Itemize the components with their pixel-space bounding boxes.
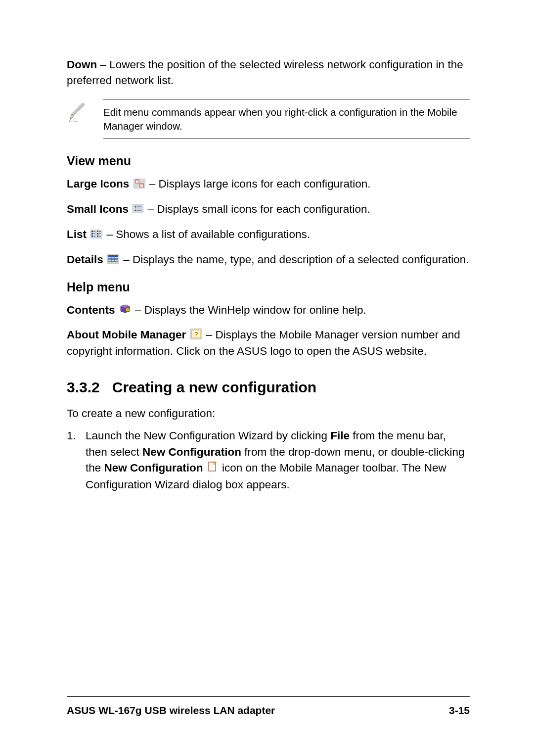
footer-right: 3-15 — [449, 705, 470, 716]
large-icons-icon — [134, 177, 145, 193]
list-icon — [90, 227, 102, 243]
help-menu-heading: Help menu — [67, 280, 470, 294]
svg-rect-3 — [140, 184, 143, 187]
svg-rect-21 — [97, 236, 98, 237]
pencil-icon — [67, 99, 103, 124]
large-icons-text: – Displays large icons for each configur… — [146, 178, 371, 190]
view-menu-heading: View menu — [67, 154, 470, 168]
list-line: List – Shows a list of available configu… — [67, 227, 470, 243]
section-heading: 3.3.2 Creating a new configuration — [67, 379, 470, 396]
section-intro: To create a new configuration: — [67, 406, 470, 422]
svg-rect-1 — [135, 180, 139, 183]
step-1-body: Launch the New Configuration Wizard by c… — [86, 428, 470, 493]
svg-rect-13 — [91, 233, 93, 235]
down-paragraph: Down – Lowers the position of the select… — [67, 57, 470, 88]
large-icons-line: Large Icons – Displays large icons for e… — [67, 176, 470, 192]
new-config-icon — [207, 461, 218, 477]
note-block: Edit menu commands appear when you right… — [67, 99, 470, 139]
details-line: Details – Displays the name, type, and d… — [67, 252, 470, 268]
small-icons-line: Small Icons – Displays small icons for e… — [67, 201, 470, 218]
svg-rect-15 — [91, 236, 93, 237]
contents-icon: ? — [119, 303, 131, 319]
down-label: Down — [67, 58, 97, 71]
contents-line: Contents ? – Displays the WinHelp window… — [67, 302, 470, 319]
svg-text:?: ? — [194, 331, 198, 338]
about-label: About Mobile Manager — [67, 329, 189, 341]
list-text: – Shows a list of available configuratio… — [103, 228, 310, 240]
section-title: Creating a new configuration — [112, 379, 316, 395]
step-1-num: 1. — [67, 428, 86, 493]
small-icons-text: – Displays small icons for each configur… — [144, 203, 370, 215]
step-1: 1. Launch the New Configuration Wizard b… — [67, 428, 470, 493]
about-line: About Mobile Manager ? – Displays the Mo… — [67, 327, 470, 359]
section-num: 3.3.2 — [67, 379, 100, 395]
small-icons-icon — [133, 202, 143, 218]
note-text: Edit menu commands appear when you right… — [103, 99, 470, 139]
page-footer: ASUS WL-167g USB wireless LAN adapter 3-… — [67, 696, 470, 716]
svg-rect-19 — [97, 233, 98, 235]
svg-text:?: ? — [127, 308, 128, 311]
down-text: – Lowers the position of the selected wi… — [67, 58, 463, 87]
details-text: – Displays the name, type, and descripti… — [120, 253, 469, 266]
svg-rect-11 — [91, 231, 93, 232]
svg-rect-17 — [97, 231, 98, 232]
svg-rect-5 — [133, 204, 143, 213]
svg-point-8 — [135, 210, 136, 211]
details-icon — [107, 252, 119, 268]
svg-point-6 — [135, 206, 136, 208]
list-label: List — [67, 228, 89, 240]
about-icon: ? — [190, 328, 202, 344]
details-label: Details — [67, 253, 106, 266]
svg-rect-24 — [108, 255, 118, 257]
contents-text: – Displays the WinHelp window for online… — [132, 304, 366, 316]
small-icons-label: Small Icons — [67, 203, 132, 215]
large-icons-label: Large Icons — [67, 178, 133, 190]
contents-label: Contents — [67, 304, 118, 316]
footer-left: ASUS WL-167g USB wireless LAN adapter — [67, 705, 275, 716]
